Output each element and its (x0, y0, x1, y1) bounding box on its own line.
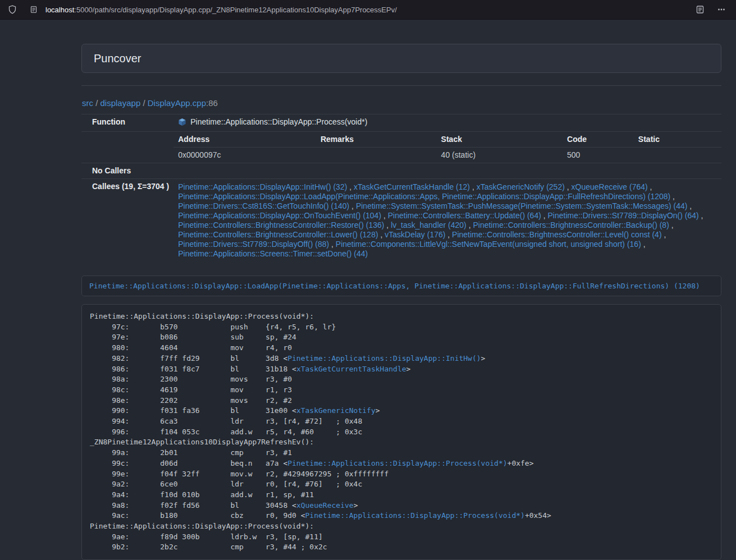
breadcrumb-link[interactable]: DisplayApp.cpp (148, 98, 206, 108)
function-row-label: Function (81, 114, 173, 132)
url-bar[interactable]: localhost:5000/path/src/displayapp/Displ… (27, 3, 693, 16)
remarks-value (316, 148, 437, 163)
url-host: localhost (45, 6, 74, 14)
col-static: Static (634, 132, 721, 148)
function-icon (178, 118, 186, 128)
metrics-table: Address Remarks Stack Code Static 0x0000… (173, 132, 721, 163)
stack-value: 40 (static) (437, 148, 563, 163)
callee-link[interactable]: Pinetime::Drivers::St7789::DisplayOff() … (178, 240, 329, 249)
breadcrumb-separator: / (140, 98, 148, 108)
symbol-box: Pinetime::Applications::DisplayApp::Load… (81, 276, 721, 296)
callees-list: Pinetime::Applications::DisplayApp::Init… (173, 179, 721, 264)
callee-link[interactable]: Pinetime::Applications::DisplayApp::Init… (178, 182, 347, 191)
callee-link[interactable]: Pinetime::Controllers::BrightnessControl… (473, 221, 669, 229)
callee-link[interactable]: Pinetime::Controllers::Battery::Update()… (388, 211, 541, 220)
callee-link[interactable]: Pinetime::Controllers::BrightnessControl… (178, 230, 378, 239)
callee-link[interactable]: lv_task_handler (420) (391, 221, 467, 229)
reader-view-icon[interactable] (693, 3, 707, 16)
disassembly-pre: Pinetime::Applications::DisplayApp::Proc… (90, 311, 713, 553)
col-code: Code (563, 132, 634, 148)
callees-label: Callees (19, Σ=3704 ) (81, 179, 173, 264)
code-symbol-link[interactable]: Pinetime::Applications::DisplayApp::Proc… (287, 459, 507, 467)
metrics-value-row: 0x0000097c 40 (static) 500 (173, 148, 721, 163)
callee-link[interactable]: xTaskGenericNotify (252) (477, 182, 565, 191)
url-text: localhost:5000/path/src/displayapp/Displ… (45, 6, 397, 14)
breadcrumb-link[interactable]: displayapp (100, 98, 141, 108)
browser-chrome: localhost:5000/path/src/displayapp/Displ… (0, 0, 736, 20)
disassembly-box: Pinetime::Applications::DisplayApp::Proc… (81, 304, 721, 560)
callee-link[interactable]: Pinetime::Drivers::St7789::DisplayOn() (… (548, 211, 699, 220)
breadcrumb-separator: / (93, 98, 100, 108)
table-row-metrics: Address Remarks Stack Code Static 0x0000… (81, 132, 721, 163)
col-address: Address (173, 132, 316, 148)
function-table: Function Pinetime::Applications::Display… (81, 114, 721, 263)
code-symbol-link[interactable]: xQueueReceive (296, 501, 354, 509)
page-title: Puncover (94, 52, 141, 65)
callee-link[interactable]: Pinetime::Applications::DisplayApp::OnTo… (178, 211, 381, 220)
url-path: :5000/path/src/displayapp/DisplayApp.cpp… (74, 6, 397, 14)
callee-link[interactable]: vTaskDelay (176) (385, 230, 445, 239)
static-value (634, 148, 721, 163)
divider (81, 85, 721, 86)
puncover-page: Puncover src / displayapp / DisplayApp.c… (81, 44, 721, 560)
metrics-header-row: Address Remarks Stack Code Static (173, 132, 721, 148)
code-symbol-link[interactable]: xTaskGetCurrentTaskHandle (296, 365, 406, 373)
shield-icon[interactable] (6, 3, 19, 16)
function-name: Pinetime::Applications::DisplayApp::Proc… (190, 117, 367, 126)
breadcrumb-line-number: :86 (206, 98, 218, 108)
page-title-panel: Puncover (81, 44, 721, 73)
code-size-value: 500 (563, 148, 634, 163)
menu-icon[interactable] (715, 3, 728, 16)
code-symbol-link[interactable]: xTaskGenericNotify (296, 406, 376, 415)
breadcrumb: src / displayapp / DisplayApp.cpp:86 (82, 98, 721, 108)
breadcrumb-link[interactable]: src (82, 98, 93, 108)
callee-link[interactable]: xTaskGetCurrentTaskHandle (12) (354, 182, 470, 191)
symbol-link[interactable]: Pinetime::Applications::DisplayApp::Load… (89, 282, 700, 290)
callee-link[interactable]: Pinetime::Controllers::BrightnessControl… (178, 221, 384, 229)
no-callers-label: No Callers (81, 163, 173, 179)
callee-link[interactable]: Pinetime::Applications::DisplayApp::Load… (178, 192, 670, 201)
callee-link[interactable]: Pinetime::Drivers::Cst816S::GetTouchInfo… (178, 201, 349, 210)
callee-link[interactable]: Pinetime::Applications::Screens::Timer::… (178, 249, 368, 258)
col-stack: Stack (437, 132, 563, 148)
code-symbol-link[interactable]: Pinetime::Applications::DisplayApp::Init… (287, 354, 481, 362)
callee-link[interactable]: Pinetime::System::SystemTask::PushMessag… (356, 201, 688, 210)
callee-link[interactable]: Pinetime::Components::LittleVgl::SetNewT… (336, 240, 641, 249)
table-row-no-callers: No Callers (81, 163, 721, 179)
callee-link[interactable]: xQueueReceive (764) (572, 182, 648, 191)
table-row-callees: Callees (19, Σ=3704 ) Pinetime::Applicat… (81, 179, 721, 264)
code-symbol-link[interactable]: Pinetime::Applications::DisplayApp::Proc… (305, 511, 525, 520)
address-value: 0x0000097c (173, 148, 316, 163)
table-row-function: Function Pinetime::Applications::Display… (81, 114, 721, 132)
col-remarks: Remarks (316, 132, 437, 148)
callee-link[interactable]: Pinetime::Controllers::BrightnessControl… (452, 230, 661, 239)
page-icon (27, 3, 40, 16)
